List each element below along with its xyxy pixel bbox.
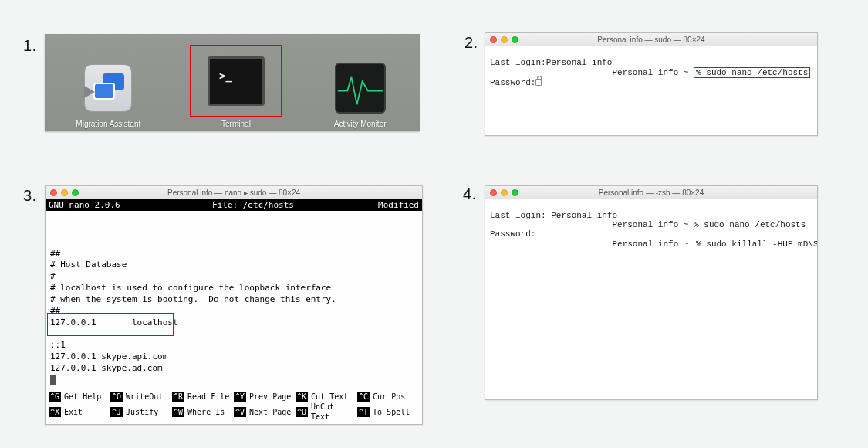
app-activity-monitor[interactable]: Activity Monitor <box>332 59 389 128</box>
nano-shortcut: ^VNext Page <box>234 402 296 422</box>
nano-shortcut-bar: ^GGet Help^OWriteOut^RRead File^YPrev Pa… <box>46 390 422 424</box>
nano-header: GNU nano 2.0.6 File: /etc/hosts Modified <box>46 199 422 211</box>
shortcut-key: ^U <box>296 407 308 417</box>
window-traffic-lights[interactable] <box>490 189 518 196</box>
shortcut-key: ^R <box>172 392 184 402</box>
step-number-4: 4. <box>463 185 477 203</box>
window-title: Personal info — sudo — 80×24 <box>485 36 817 44</box>
shortcut-label: Prev Page <box>249 392 291 402</box>
minimize-icon[interactable] <box>61 189 68 196</box>
shortcut-key: ^J <box>110 407 123 417</box>
nano-line: # when the system is booting. Do not cha… <box>50 294 417 306</box>
nano-shortcut: ^GGet Help <box>49 392 110 402</box>
password-label: Password: <box>490 229 535 239</box>
window-title: Personal info — nano ▸ sudo — 80×24 <box>46 188 422 197</box>
nano-line: # <box>50 271 417 283</box>
password-label: Password: <box>490 78 535 87</box>
nano-status: Modified <box>350 200 419 210</box>
shortcut-label: Get Help <box>64 392 101 402</box>
nano-shortcut: ^OWriteOut <box>110 392 172 402</box>
shortcut-key: ^K <box>296 392 308 402</box>
nano-shortcut: ^TTo Spell <box>357 402 419 422</box>
step-number-2: 2. <box>464 34 478 52</box>
close-icon[interactable] <box>490 189 497 196</box>
last-login-value: Personal info <box>546 211 617 220</box>
cursor-icon <box>50 375 56 385</box>
terminal-output[interactable]: Last login:Personal info Personal info ~… <box>485 46 817 135</box>
nano-line: # Host Database <box>50 260 417 271</box>
highlighted-command: % sudo nano /etc/hosts <box>694 67 810 78</box>
app-migration-assistant[interactable]: Migration Assistant <box>76 59 140 128</box>
nano-window-step3: Personal info — nano ▸ sudo — 80×24 GNU … <box>45 185 423 425</box>
migration-assistant-icon <box>79 59 137 117</box>
window-traffic-lights[interactable] <box>490 36 518 43</box>
nano-file: File: /etc/hosts <box>157 200 350 210</box>
terminal-icon: >_ <box>191 46 282 117</box>
window-title: Personal info — -zsh — 80×24 <box>485 188 817 197</box>
shortcut-key: ^G <box>49 392 61 402</box>
zoom-icon[interactable] <box>72 189 79 196</box>
shortcut-key: ^O <box>110 392 123 402</box>
lock-icon <box>535 79 542 86</box>
terminal-output[interactable]: Last login: Personal info Personal info … <box>485 199 817 399</box>
close-icon[interactable] <box>50 189 57 196</box>
nano-version: GNU nano 2.0.6 <box>49 200 157 210</box>
last-login-label: Last login: <box>490 58 546 67</box>
shortcut-label: Read File <box>187 392 229 402</box>
prompt-user: Personal info <box>612 68 678 77</box>
shortcut-label: Cut Text <box>311 392 348 402</box>
step-number-1: 1. <box>23 37 37 55</box>
nano-shortcut: ^JJustify <box>110 402 172 422</box>
zoom-icon[interactable] <box>512 189 518 196</box>
command-1: % sudo nano /etc/hosts <box>694 220 806 229</box>
activity-monitor-icon <box>332 59 389 117</box>
shortcut-key: ^X <box>49 407 61 417</box>
shortcut-label: To Spell <box>373 407 410 417</box>
nano-shortcut: ^RRead File <box>172 392 234 402</box>
window-traffic-lights[interactable] <box>50 189 79 196</box>
nano-shortcut: ^WWhere Is <box>172 402 234 422</box>
nano-editor-body[interactable]: ### Host Database## localhost is used to… <box>46 211 422 390</box>
shortcut-label: WriteOut <box>126 392 163 402</box>
shortcut-key: ^W <box>172 407 184 417</box>
shortcut-label: UnCut Text <box>311 402 357 422</box>
nano-shortcut: ^CCur Pos <box>357 392 419 402</box>
shortcut-key: ^Y <box>234 392 246 402</box>
nano-line: 127.0.0.1 skype.ad.com <box>50 363 417 375</box>
launchpad-dock-strip: Migration Assistant >_ Terminal Activity… <box>45 34 420 131</box>
terminal-window-step2: Personal info — sudo — 80×24 Last login:… <box>485 32 818 136</box>
nano-line: 127.0.0.1 skype.api.com <box>50 351 417 363</box>
app-label: Migration Assistant <box>76 120 140 128</box>
shortcut-label: Next Page <box>249 407 291 417</box>
close-icon[interactable] <box>490 36 497 43</box>
terminal-window-step4: Personal info — -zsh — 80×24 Last login:… <box>485 185 818 400</box>
last-login-value: Personal info <box>546 58 613 67</box>
highlight-hosts-entries <box>47 313 174 336</box>
minimize-icon[interactable] <box>501 36 508 43</box>
highlighted-command: % sudo killall -HUP mDNSResponder <box>694 239 817 249</box>
minimize-icon[interactable] <box>501 189 508 196</box>
shortcut-label: Where Is <box>187 407 225 417</box>
shortcut-key: ^C <box>357 392 370 402</box>
prompt-user: Personal info <box>612 220 678 229</box>
nano-line: # localhost is used to configure the loo… <box>50 283 417 294</box>
last-login-label: Last login: <box>490 211 546 220</box>
shortcut-label: Cur Pos <box>373 392 405 402</box>
terminal-prompt-glyph: >_ <box>219 70 232 82</box>
nano-shortcut: ^YPrev Page <box>234 392 296 402</box>
nano-line: ::1 <box>50 340 417 351</box>
app-terminal[interactable]: >_ Terminal <box>191 56 282 128</box>
shortcut-key: ^V <box>234 407 246 417</box>
nano-line: ## <box>50 249 417 260</box>
nano-shortcut: ^KCut Text <box>296 392 357 402</box>
window-titlebar: Personal info — -zsh — 80×24 <box>485 186 817 199</box>
shortcut-key: ^T <box>357 407 370 417</box>
shortcut-label: Exit <box>64 407 83 417</box>
nano-shortcut: ^XExit <box>49 402 110 422</box>
window-titlebar: Personal info — sudo — 80×24 <box>485 33 817 46</box>
prompt-user: Personal info <box>612 239 678 249</box>
app-label: Activity Monitor <box>334 120 387 128</box>
step-number-3: 3. <box>23 187 37 205</box>
zoom-icon[interactable] <box>512 36 518 43</box>
app-label: Terminal <box>221 120 251 128</box>
